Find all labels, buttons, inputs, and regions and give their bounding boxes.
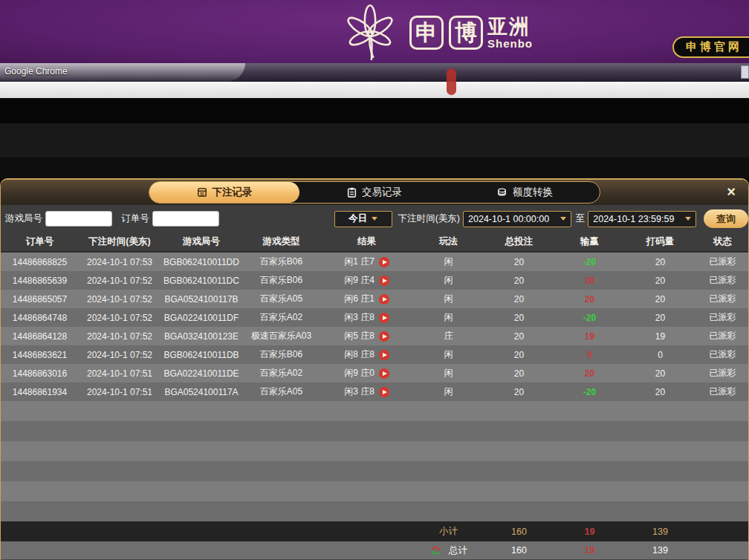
cell-turnover: 20 [625, 276, 696, 286]
start-time-select[interactable]: 2024-10-1 00:00:00 [463, 211, 571, 227]
tab-label: 下注记录 [213, 186, 253, 199]
cell-round: BGB062410011DC [160, 276, 242, 286]
empty-row [1, 441, 748, 461]
logo-subtitle: Shenbo [487, 37, 533, 50]
cell-play: 闲 [413, 293, 484, 305]
play-video-icon[interactable] [379, 387, 389, 397]
cell-play: 闲 [413, 385, 484, 398]
cell-game: 百家乐A02 [242, 367, 320, 380]
cell-result: 闲8 庄8 [320, 348, 413, 361]
column-header: 结果 [320, 235, 413, 248]
play-video-icon[interactable] [379, 350, 389, 360]
subtotal-row: 小计 160 19 139 [1, 521, 748, 541]
play-video-icon[interactable] [379, 368, 389, 379]
cell-time: 2024-10-1 07:51 [79, 387, 160, 397]
cell-win: 20 [554, 368, 625, 379]
cell-turnover: 0 [625, 350, 696, 360]
tab-credit-transfer[interactable]: 额度转换 [450, 182, 600, 203]
column-header: 打码量 [625, 235, 696, 248]
url-bar[interactable]: abaih.com/h5V01/pc/index.html?return=abo… [0, 82, 749, 100]
cell-time: 2024-10-1 07:52 [79, 276, 160, 286]
cell-bet: 20 [484, 350, 554, 360]
table-row[interactable]: 14486864748 2024-10-1 07:52 BGA022410011… [1, 308, 748, 327]
close-icon[interactable]: × [723, 183, 739, 200]
subtotal-turnover: 139 [625, 527, 696, 537]
table-row[interactable]: 14486863621 2024-10-1 07:52 BGB062410011… [1, 345, 748, 364]
cell-play: 闲 [413, 311, 484, 324]
cell-bet: 20 [484, 313, 554, 323]
table-row[interactable]: 14486863016 2024-10-1 07:51 BGA022410011… [1, 364, 748, 382]
cell-play: 闲 [413, 348, 484, 361]
column-header: 状态 [696, 235, 749, 248]
order-no-input[interactable] [152, 211, 219, 227]
subtotal-win: 19 [554, 527, 625, 537]
clipboard-icon [347, 187, 357, 198]
play-video-icon[interactable] [379, 313, 389, 323]
cell-time: 2024-10-1 07:52 [79, 313, 160, 323]
result-text: 闲3 庄8 [344, 385, 374, 398]
cell-round: BGB062410011DB [160, 350, 242, 360]
cell-order: 14486865057 [1, 294, 79, 305]
cell-result: 闲3 庄8 [320, 385, 413, 398]
cell-win: 0 [554, 350, 625, 360]
tab-transaction-records[interactable]: 交易记录 [299, 182, 450, 203]
play-video-icon[interactable] [379, 294, 389, 305]
table-row[interactable]: 14486864128 2024-10-1 07:52 BGA032410012… [1, 327, 748, 345]
cell-status: 已派彩 [696, 255, 749, 268]
cell-win: -20 [554, 387, 625, 397]
table-row[interactable]: 14486865057 2024-10-1 07:52 BGA052410011… [1, 290, 748, 308]
table-header-row: 订单号下注时间(美东)游戏局号游戏类型结果玩法总投注输赢打码量状态 [1, 232, 748, 253]
cell-bet: 20 [484, 387, 554, 397]
chevron-down-icon [560, 217, 566, 221]
result-text: 闲9 庄0 [344, 367, 374, 380]
play-video-icon[interactable] [379, 276, 389, 286]
end-time-select[interactable]: 2024-10-1 23:59:59 [588, 211, 696, 227]
cell-time: 2024-10-1 07:52 [79, 294, 160, 305]
refresh-icon[interactable] [429, 545, 441, 556]
subtotal-bet: 160 [484, 527, 554, 537]
tab-label: 交易记录 [362, 186, 402, 199]
cell-play: 闲 [413, 367, 484, 380]
total-bet: 160 [484, 545, 554, 556]
table-row[interactable]: 14486861934 2024-10-1 07:51 BGA052410011… [1, 382, 748, 401]
cell-order: 14486864748 [1, 313, 79, 323]
game-round-label: 游戏局号 [5, 212, 42, 225]
table-row[interactable]: 14486865639 2024-10-1 07:52 BGB062410011… [1, 271, 748, 290]
empty-row [1, 501, 748, 521]
cell-game: 百家乐B06 [242, 274, 320, 287]
column-header: 游戏局号 [160, 235, 242, 248]
cell-win: 20 [554, 276, 625, 286]
table-row[interactable]: 14486868825 2024-10-1 07:53 BGB062410011… [1, 253, 748, 271]
ledger-icon [197, 187, 207, 198]
filter-bar: 游戏局号 订单号 今日 下注时间(美东) 2024-10-1 00:00:00 … [1, 205, 748, 232]
cell-play: 闲 [413, 274, 484, 287]
cell-game: 百家乐A02 [242, 311, 320, 324]
cell-round: BGA0324100123E [160, 331, 242, 342]
order-no-label: 订单号 [121, 212, 149, 225]
cell-result: 闲6 庄1 [320, 293, 413, 305]
tab-bet-records[interactable]: 下注记录 [149, 182, 299, 203]
game-nav-strip: 3 1020501001000 [0, 157, 749, 178]
cell-time: 2024-10-1 07:53 [79, 257, 160, 267]
column-header: 下注时间(美东) [79, 235, 160, 248]
logo-char-shen: 申 [409, 16, 444, 50]
records-modal: 下注记录 交易记录 [0, 178, 749, 560]
official-site-button[interactable]: 申博官网 [672, 36, 749, 58]
cell-order: 14486863016 [1, 368, 79, 379]
result-text: 闲5 庄8 [344, 330, 374, 342]
cell-turnover: 20 [625, 294, 696, 305]
play-video-icon[interactable] [379, 331, 389, 342]
window-control-button[interactable] [741, 65, 749, 79]
play-video-icon[interactable] [379, 257, 389, 267]
game-round-input[interactable] [45, 211, 112, 227]
date-range-select[interactable]: 今日 [334, 211, 392, 227]
cell-status: 已派彩 [696, 311, 749, 324]
cell-status: 已派彩 [696, 348, 749, 361]
tab-bar: 下注记录 交易记录 [149, 181, 600, 204]
cell-game: 百家乐B06 [242, 255, 320, 268]
cell-bet: 20 [484, 294, 554, 305]
column-header: 玩法 [413, 235, 484, 248]
cell-round: BGA0524100117B [160, 294, 242, 305]
cell-status: 已派彩 [696, 274, 749, 287]
search-button[interactable]: 查询 [704, 209, 748, 228]
